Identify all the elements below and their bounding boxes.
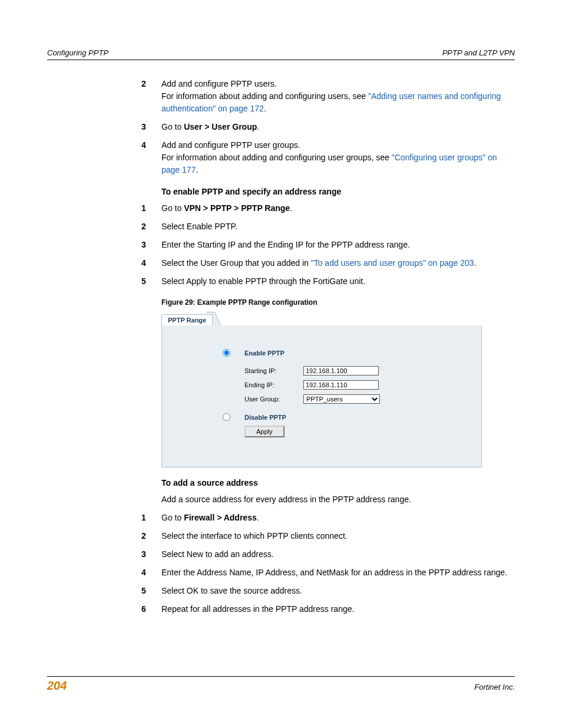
footer-right: Fortinet Inc. <box>474 683 515 691</box>
select-user-group[interactable]: PPTP_users <box>303 394 380 404</box>
subheading-add-source: To add a source address <box>161 478 515 487</box>
step: 2Select the interface to which PPTP clie… <box>141 530 515 542</box>
cross-reference-link[interactable]: "Adding user names and configuring authe… <box>161 91 501 113</box>
step-number: 3 <box>141 239 161 251</box>
label-disable-pptp: Disable PPTP <box>244 414 303 421</box>
step: 6Repeat for all addresses in the PPTP ad… <box>141 603 515 615</box>
radio-enable-pptp[interactable] <box>223 349 230 357</box>
cross-reference-link[interactable]: "Configuring user groups" on page 177 <box>161 153 497 174</box>
input-starting-ip[interactable] <box>303 366 379 375</box>
step: 2Add and configure PPTP users.For inform… <box>141 78 515 115</box>
step: 3Go to User > User Group. <box>141 121 515 133</box>
page-footer: 204 Fortinet Inc. <box>47 676 515 693</box>
step-body: Select Apply to enable PPTP through the … <box>161 275 515 288</box>
page-header: Configuring PPTP PPTP and L2TP VPN <box>47 48 515 60</box>
step-number: 4 <box>141 257 161 269</box>
header-right: PPTP and L2TP VPN <box>442 48 515 57</box>
page-number: 204 <box>47 679 67 693</box>
step: 1Go to Firewall > Address. <box>141 512 515 524</box>
figure-pptp-range: PPTP Range Enable PPTP Starting IP: <box>161 311 482 467</box>
step-body: Enter the Address Name, IP Address, and … <box>161 566 515 579</box>
step-number: 2 <box>141 78 161 90</box>
step: 3Enter the Starting IP and the Ending IP… <box>141 239 515 251</box>
label-starting-ip: Starting IP: <box>244 367 303 374</box>
label-ending-ip: Ending IP: <box>244 381 303 388</box>
step-number: 3 <box>141 548 161 561</box>
step-number: 4 <box>141 566 161 579</box>
step-number: 1 <box>141 512 161 524</box>
step-number: 6 <box>141 603 161 615</box>
input-ending-ip[interactable] <box>303 380 379 390</box>
label-enable-pptp: Enable PPTP <box>244 350 303 357</box>
step-body: Add and configure PPTP users.For informa… <box>161 78 515 115</box>
bold-text: User > User Group <box>184 122 257 131</box>
apply-button[interactable]: Apply <box>244 426 285 437</box>
step: 5Select OK to save the source address. <box>141 585 515 597</box>
subheading-enable-pptp: To enable PPTP and specify an address ra… <box>161 187 515 196</box>
step-body: Add and configure PPTP user groups.For i… <box>161 139 515 176</box>
cross-reference-link[interactable]: "To add users and user groups" on page 2… <box>311 258 474 268</box>
step-body: Select Enable PPTP. <box>161 220 515 233</box>
figure-caption: Figure 29: Example PPTP Range configurat… <box>161 298 515 307</box>
step: 5Select Apply to enable PPTP through the… <box>141 275 515 288</box>
step-body: Go to User > User Group. <box>161 121 515 133</box>
step-body: Select New to add an address. <box>161 548 515 561</box>
step-body: Enter the Starting IP and the Ending IP … <box>161 239 515 251</box>
label-user-group: User Group: <box>244 396 303 403</box>
step: 2Select Enable PPTP. <box>141 220 515 233</box>
step-number: 5 <box>141 275 161 288</box>
step: 4Enter the Address Name, IP Address, and… <box>141 566 515 579</box>
radio-disable-pptp[interactable] <box>223 413 230 421</box>
step-body: Select the interface to which PPTP clien… <box>161 530 515 542</box>
step-body: Go to VPN > PPTP > PPTP Range. <box>161 202 515 215</box>
step: 3Select New to add an address. <box>141 548 515 561</box>
step-body: Repeat for all addresses in the PPTP add… <box>161 603 515 615</box>
step-number: 2 <box>141 530 161 542</box>
step: 4Select the User Group that you added in… <box>141 257 515 269</box>
step-number: 1 <box>141 202 161 215</box>
tab-pptp-range[interactable]: PPTP Range <box>161 314 213 325</box>
step-body: Go to Firewall > Address. <box>161 512 515 524</box>
header-left: Configuring PPTP <box>47 48 108 57</box>
step-number: 3 <box>141 121 161 133</box>
step-body: Select OK to save the source address. <box>161 585 515 597</box>
step: 4Add and configure PPTP user groups.For … <box>141 139 515 176</box>
step-number: 5 <box>141 585 161 597</box>
step-number: 4 <box>141 139 161 151</box>
bold-text: Firewall > Address <box>184 513 257 522</box>
bold-text: VPN > PPTP > PPTP Range <box>184 203 290 213</box>
step: 1Go to VPN > PPTP > PPTP Range. <box>141 202 515 215</box>
step-body: Select the User Group that you added in … <box>161 257 515 269</box>
step-number: 2 <box>141 220 161 233</box>
intro-add-source: Add a source address for every address i… <box>161 493 515 506</box>
